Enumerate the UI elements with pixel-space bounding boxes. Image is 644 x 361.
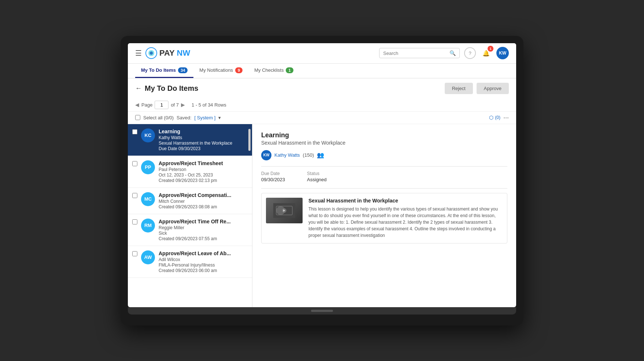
page-input[interactable] [155, 101, 169, 109]
notifications-badge: 9 [235, 67, 243, 73]
item-content: Approve/Reject Timesheet Paul Peterson O… [159, 160, 248, 183]
item-title: Learning [159, 129, 248, 134]
help-button[interactable]: ? [464, 47, 476, 59]
course-thumbnail [266, 198, 303, 223]
search-bar[interactable]: 🔍 [379, 48, 460, 58]
course-card: Sexual Harassment in the Workplace This … [261, 193, 507, 243]
item-date: Created 09/26/2023 02:13 pm [159, 178, 248, 183]
notification-badge: 1 [488, 46, 493, 52]
search-input[interactable] [383, 51, 449, 56]
page-label: Page [141, 102, 152, 108]
due-date-value: 09/30/2023 [261, 177, 285, 182]
item-checkbox[interactable] [132, 193, 137, 198]
course-desc: This lesson is designed to help you iden… [308, 206, 503, 239]
item-date: Created 09/26/2023 07:55 am [159, 236, 248, 241]
menu-icon[interactable]: ☰ [135, 49, 142, 57]
item-date: Created 09/26/2023 08:08 am [159, 204, 248, 209]
item-date: Created 09/26/2023 06:00 am [159, 268, 248, 273]
item-sub: Oct 12, 2023 - Oct 25, 2023 [159, 172, 248, 178]
todo-badge: 34 [178, 67, 188, 73]
search-icon: 🔍 [449, 50, 456, 56]
app-logo: PAYNW [145, 47, 190, 59]
detail-assignee: KW Kathy Watts (150) 👥 [261, 150, 507, 160]
back-button[interactable]: ← [135, 85, 142, 92]
status-label: Status [307, 171, 326, 176]
status-value: Assigned [307, 177, 326, 182]
item-title: Approve/Reject Time Off Re... [159, 219, 248, 224]
list-item[interactable]: MC Approve/Reject Compensati... Mitch Co… [128, 188, 252, 214]
tab-todo[interactable]: My To Do Items 34 [135, 64, 193, 78]
avatar: MC [141, 192, 155, 206]
item-person: Kathy Watts [159, 135, 248, 140]
item-date: Due Date 09/30/2023 [159, 146, 248, 151]
select-all-checkbox[interactable] [135, 115, 140, 120]
due-date-label: Due Date [261, 171, 285, 176]
saved-dropdown[interactable]: [ System ] [195, 115, 216, 120]
item-checkbox[interactable] [132, 219, 137, 224]
item-title: Approve/Reject Compensati... [159, 192, 248, 198]
scroll-indicator [248, 129, 251, 151]
filter-count: (0) [495, 115, 500, 120]
assignee-avatar: KW [261, 150, 271, 160]
item-checkbox[interactable] [132, 129, 137, 134]
item-checkbox[interactable] [132, 251, 137, 256]
item-sub: Sexual Harrassment in the Workplace [159, 141, 248, 146]
dropdown-arrow-icon[interactable]: ▾ [218, 115, 221, 120]
assignee-count: (150) [303, 152, 314, 158]
prev-page-button[interactable]: ◀ [135, 102, 139, 108]
next-page-button[interactable]: ▶ [181, 102, 185, 108]
assign-icon: 👥 [317, 152, 324, 159]
item-checkbox[interactable] [132, 161, 137, 166]
course-info: Sexual Harassment in the Workplace This … [308, 198, 503, 239]
detail-subtitle: Sexual Harassment in the Workplace [261, 140, 507, 146]
item-content: Approve/Reject Time Off Re... Reggie Mil… [159, 219, 248, 241]
item-content: Learning Kathy Watts Sexual Harrassment … [159, 129, 248, 151]
user-avatar-button[interactable]: KW [496, 47, 509, 59]
detail-divider-2 [261, 188, 507, 189]
tab-checklists[interactable]: My Checklists 1 [248, 64, 299, 78]
detail-title: Learning [261, 131, 507, 139]
item-sub: FMLA-Personal Injury/Illness [159, 263, 248, 268]
select-all-label: Select all (0/0) [143, 115, 174, 120]
tab-notifications[interactable]: My Notifications 9 [193, 64, 248, 78]
item-title: Approve/Reject Timesheet [159, 160, 248, 166]
approve-button[interactable]: Approve [477, 83, 509, 94]
more-options-button[interactable]: ··· [503, 114, 509, 122]
logo-text-nw: NW [177, 48, 190, 58]
page-header: ← My To Do Items Reject Approve [128, 78, 516, 98]
item-title: Approve/Reject Leave of Ab... [159, 250, 248, 256]
item-person: Mitch Conner [159, 199, 248, 204]
list-item[interactable]: RM Approve/Reject Time Off Re... Reggie … [128, 214, 252, 246]
list-item[interactable]: AW Approve/Reject Leave of Ab... Adil Wi… [128, 246, 252, 278]
assignee-name[interactable]: Kathy Watts [274, 152, 300, 158]
notifications-button[interactable]: 🔔 1 [480, 47, 492, 59]
item-person: Paul Peterson [159, 167, 248, 172]
detail-divider [261, 166, 507, 167]
detail-meta-row: Due Date 09/30/2023 Status Assigned [261, 171, 507, 182]
filter-icon: ⬡ [489, 115, 493, 120]
filter-button[interactable]: ⬡ (0) [489, 115, 500, 120]
select-row: Select all (0/0) Saved: [ System ] ▾ ⬡ (… [128, 112, 516, 124]
tabs-bar: My To Do Items 34 My Notifications 9 My … [128, 64, 516, 78]
item-sub: Sick [159, 231, 248, 236]
item-person: Reggie Miller [159, 225, 248, 230]
saved-label: Saved: [177, 115, 191, 120]
todo-list: KC Learning Kathy Watts Sexual Harrassme… [128, 124, 252, 307]
course-title: Sexual Harassment in the Workplace [308, 198, 503, 204]
avatar: AW [141, 250, 155, 264]
item-content: Approve/Reject Leave of Ab... Adil Wilco… [159, 250, 248, 273]
page-title: My To Do Items [145, 84, 198, 93]
item-content: Approve/Reject Compensati... Mitch Conne… [159, 192, 248, 209]
list-item[interactable]: PP Approve/Reject Timesheet Paul Peterso… [128, 156, 252, 188]
checklists-badge: 1 [286, 67, 293, 73]
avatar: KC [141, 129, 155, 142]
item-person: Adil Wilcox [159, 257, 248, 262]
main-content: KC Learning Kathy Watts Sexual Harrassme… [128, 124, 516, 307]
list-item[interactable]: KC Learning Kathy Watts Sexual Harrassme… [128, 124, 252, 156]
pagination-row: ◀ Page of 7 ▶ 1 - 5 of 34 Rows [128, 98, 516, 112]
detail-pane: Learning Sexual Harassment in the Workpl… [252, 124, 516, 307]
page-range: 1 - 5 of 34 Rows [192, 102, 226, 108]
reject-button[interactable]: Reject [445, 83, 473, 94]
avatar: RM [141, 219, 155, 232]
avatar: PP [141, 160, 155, 174]
